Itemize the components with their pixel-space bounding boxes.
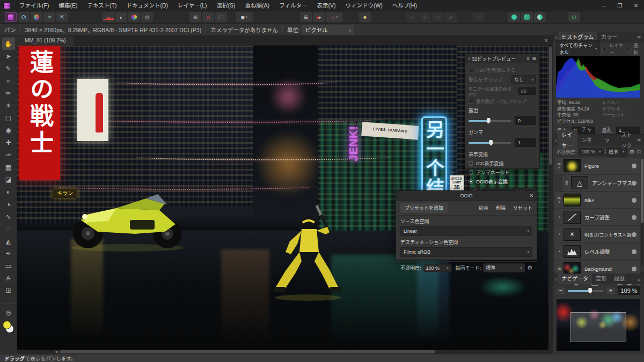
invert-selection-icon[interactable]: ▢ bbox=[215, 12, 227, 22]
marquee-tool[interactable]: ▢ bbox=[2, 112, 15, 124]
auto-contrast-icon[interactable]: ◐ bbox=[115, 12, 127, 22]
quick-mask-icon[interactable]: ◙▾ bbox=[236, 12, 253, 22]
layers-opacity-dropdown[interactable]: 100 %▾ bbox=[579, 148, 604, 156]
layer-visibility-toggle[interactable] bbox=[632, 198, 636, 203]
restore-button[interactable]: ❐ bbox=[612, 0, 628, 11]
clip-peak-checkbox[interactable] bbox=[469, 99, 473, 104]
mesh-warp-tool[interactable]: ⊞ bbox=[2, 284, 15, 297]
color-swatches[interactable] bbox=[3, 321, 14, 335]
navigator-view-rectangle[interactable] bbox=[570, 312, 626, 342]
panel-menu-icon[interactable]: ≡ bbox=[526, 56, 529, 61]
develop-persona-icon[interactable] bbox=[31, 12, 42, 22]
menu-filter[interactable]: フィルター bbox=[274, 0, 312, 11]
menu-text[interactable]: テキスト(T) bbox=[82, 0, 121, 11]
zoom-percent-value[interactable]: 109 % bbox=[618, 286, 640, 295]
menu-layer[interactable]: レイヤー(L) bbox=[173, 0, 212, 11]
panel-menu-icon[interactable]: ≡ bbox=[638, 276, 641, 282]
icc-radio[interactable] bbox=[469, 161, 473, 166]
navigator-thumbnail[interactable] bbox=[557, 299, 640, 351]
navigator-zoom-slider[interactable] bbox=[568, 290, 604, 292]
ocio-close-icon[interactable]: ✕ bbox=[529, 193, 533, 198]
layer-row-curves[interactable]: ◔ カーブ調整 bbox=[555, 209, 640, 225]
add-preset-button[interactable]: プリセットを追加 bbox=[400, 203, 448, 213]
auto-white-balance-icon[interactable]: ⊘ bbox=[141, 12, 153, 22]
zoom-tool[interactable]: ◎ bbox=[2, 306, 15, 319]
selection-checkbox[interactable] bbox=[627, 47, 631, 51]
layer-visibility-toggle[interactable] bbox=[632, 164, 636, 168]
snap-preset-icon[interactable]: ■▸ bbox=[313, 12, 325, 22]
snapping-magnet-icon[interactable]: ∪▾ bbox=[326, 12, 343, 22]
channel-dropdown[interactable]: すべてのチャンネル▾ bbox=[556, 40, 600, 57]
clone-tool[interactable]: ◉ bbox=[2, 124, 15, 136]
ocio-opacity-dropdown[interactable]: 100 %▾ bbox=[423, 264, 451, 272]
smudge-tool[interactable]: ∿ bbox=[2, 210, 15, 223]
deselect-icon[interactable]: ✕ bbox=[202, 12, 214, 22]
layer-visibility-toggle[interactable] bbox=[632, 232, 636, 237]
layer-visibility-toggle[interactable] bbox=[632, 181, 636, 186]
menu-arrange[interactable]: 重ね順(A) bbox=[240, 0, 275, 11]
layer-visibility-toggle[interactable] bbox=[632, 215, 636, 220]
layer-thumbnail[interactable]: ☀ bbox=[564, 228, 581, 241]
tab-color[interactable]: カラー bbox=[597, 32, 621, 43]
gamma-slider[interactable] bbox=[469, 142, 511, 144]
scroll-left-arrow-icon[interactable]: ◀ bbox=[55, 350, 57, 354]
delete-button[interactable]: 削除 bbox=[496, 204, 506, 211]
layer-thumbnail[interactable] bbox=[564, 194, 581, 206]
layer-row-levels[interactable]: ◔ レベル調整 bbox=[555, 243, 640, 260]
lock-icon[interactable]: ⚿ bbox=[636, 149, 641, 155]
layers-scrollbar[interactable] bbox=[641, 159, 643, 266]
hdr-checkbox[interactable] bbox=[469, 68, 473, 72]
menu-view[interactable]: 表示(V) bbox=[312, 0, 340, 11]
foreground-color-swatch[interactable] bbox=[3, 321, 11, 329]
color-picker-tool[interactable]: ✎ bbox=[2, 62, 15, 75]
pen-tool[interactable]: ✒ bbox=[2, 247, 15, 260]
ocio-blend-dropdown[interactable]: 標準▾ bbox=[483, 263, 525, 272]
close-button[interactable]: ✕ bbox=[628, 0, 644, 11]
dest-colorspace-dropdown[interactable]: Filmic sRGB▾ bbox=[400, 247, 532, 257]
paint-brush-tool[interactable]: ✑ bbox=[2, 149, 15, 161]
layer-thumbnail[interactable] bbox=[564, 245, 581, 258]
exposure-slider[interactable] bbox=[469, 120, 511, 122]
pixel-tool[interactable]: ▦ bbox=[2, 161, 15, 173]
unmanaged-radio[interactable] bbox=[469, 170, 473, 175]
reset-button[interactable]: リセット bbox=[513, 204, 532, 211]
account-icon[interactable]: ☊ bbox=[568, 12, 580, 22]
minimize-button[interactable]: – bbox=[596, 0, 612, 11]
color-chooser-icon[interactable] bbox=[508, 12, 520, 22]
gradient-icon[interactable] bbox=[521, 12, 533, 22]
auto-levels-icon[interactable]: ▁▄▂ bbox=[103, 12, 114, 22]
pattern-icon[interactable] bbox=[534, 12, 546, 22]
layer-row-brightness-contrast[interactable]: ◔ ☀ 明るさ/コントラスト調整 bbox=[555, 226, 640, 242]
panel-close-icon[interactable]: ⊗ bbox=[532, 56, 536, 61]
assistant-icon[interactable]: ☻ bbox=[359, 12, 371, 22]
gamma-value[interactable]: 1 bbox=[515, 138, 536, 147]
menu-help[interactable]: ヘルプ(H) bbox=[387, 0, 422, 11]
text-tool[interactable]: A bbox=[2, 272, 15, 284]
ocio-radio[interactable] bbox=[469, 179, 473, 184]
source-colorspace-dropdown[interactable]: Linear▾ bbox=[400, 226, 532, 236]
tab-transform[interactable]: 変形 bbox=[592, 274, 610, 284]
export-persona-icon[interactable]: ⇱ bbox=[56, 12, 68, 22]
whitepoint-input[interactable]: 80 bbox=[518, 87, 536, 95]
exposure-value[interactable]: 0 bbox=[515, 116, 536, 125]
snap-grid-icon[interactable]: ⊞ bbox=[300, 12, 312, 22]
zoom-in-button[interactable]: + bbox=[606, 287, 615, 294]
tab-navigator[interactable]: ナビゲータ bbox=[558, 274, 592, 284]
eraser-tool[interactable]: ◪ bbox=[2, 173, 15, 186]
layer-visibility-toggle[interactable] bbox=[632, 249, 636, 254]
unit-dropdown[interactable]: ピクセル▾ bbox=[302, 25, 355, 35]
crop-tool[interactable]: ⌗ bbox=[2, 75, 15, 87]
clip-warning-dropdown[interactable]: なし▾ bbox=[511, 75, 536, 84]
dodge-tool[interactable]: ◐ bbox=[2, 186, 15, 198]
tab-close-icon[interactable]: ✕ bbox=[544, 38, 548, 43]
zoom-out-button[interactable]: − bbox=[557, 287, 565, 294]
blend-mode-dropdown[interactable]: 標準▾ bbox=[606, 147, 627, 157]
selection-brush-tool[interactable]: ✏ bbox=[2, 87, 15, 99]
blend-options-gear-icon[interactable]: ⚙ bbox=[630, 149, 635, 156]
canvas-vertical-scrollbar[interactable] bbox=[548, 46, 553, 350]
layer-checkbox[interactable] bbox=[602, 47, 606, 51]
photo-persona-icon[interactable] bbox=[5, 12, 17, 22]
panel-menu-icon[interactable]: ≡ bbox=[638, 137, 641, 144]
blur-tool[interactable]: ◌ bbox=[2, 223, 15, 235]
sharpen-tool[interactable]: ◭ bbox=[2, 235, 15, 247]
